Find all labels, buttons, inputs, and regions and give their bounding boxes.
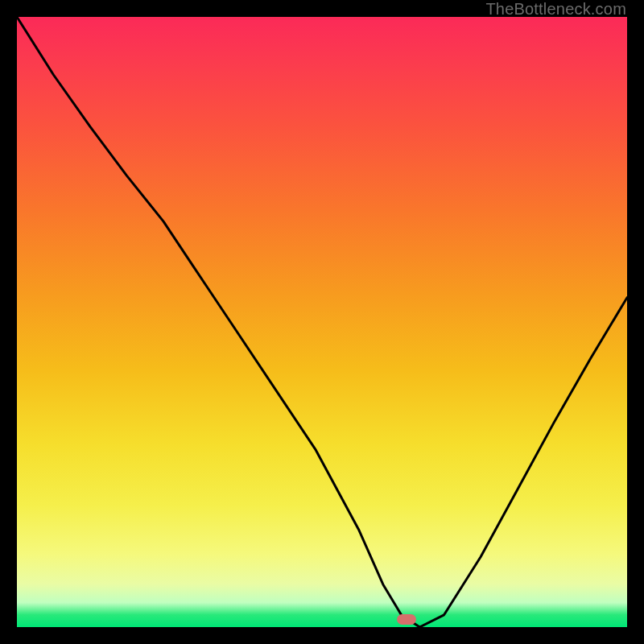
watermark-text: TheBottleneck.com bbox=[485, 0, 626, 19]
optimum-marker bbox=[397, 614, 416, 625]
plot-area bbox=[17, 17, 627, 627]
bottleneck-curve bbox=[17, 17, 627, 627]
curve-svg bbox=[17, 17, 627, 627]
